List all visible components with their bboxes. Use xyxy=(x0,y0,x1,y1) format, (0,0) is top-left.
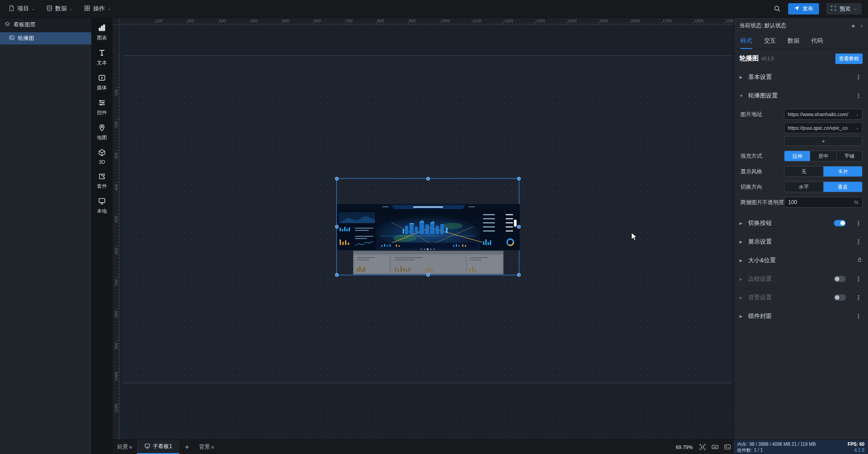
resize-handle-top-middle[interactable] xyxy=(426,177,430,181)
fit-screen-icon[interactable] xyxy=(696,440,709,454)
add-subboard-button[interactable]: + xyxy=(179,440,194,454)
section-menu-icon[interactable]: ⋮ xyxy=(854,220,863,227)
tutorial-button[interactable]: 查看教程 xyxy=(835,54,863,64)
ruler-label: 200 xyxy=(187,19,194,23)
canvas-viewport[interactable] xyxy=(120,25,734,439)
resize-handle-bottom-middle[interactable] xyxy=(426,273,430,277)
switch-button-toggle[interactable] xyxy=(834,220,846,226)
menu-data[interactable]: 数据 ⌄ xyxy=(41,0,79,17)
ruler-horizontal: 1002003004005006007008009001000110012001… xyxy=(120,18,734,25)
chevron-right-icon[interactable]: › xyxy=(861,22,863,29)
foreground-button[interactable]: 前景⊕ xyxy=(113,440,137,454)
toolbox-item-label: 3D xyxy=(99,159,105,165)
section-carousel-settings[interactable]: ▼ 轮播图设置 ⋮ xyxy=(734,86,868,105)
ruler-label: 600 xyxy=(114,248,118,254)
topbar-menus: 项目 ⌄ 数据 ⌄ 操作 ⌄ xyxy=(0,0,117,17)
section-menu-icon[interactable]: ⋮ xyxy=(854,294,863,301)
toolbox-item-kits[interactable]: 套件 xyxy=(91,172,113,190)
resize-handle-middle-right[interactable] xyxy=(517,225,521,229)
carousel-component-selection[interactable] xyxy=(336,178,519,275)
section-basic-settings[interactable]: ▶ 基本设置 ⋮ xyxy=(734,68,868,86)
border-settings-toggle[interactable] xyxy=(834,276,846,282)
ruler-minor-ticks xyxy=(123,23,734,24)
publish-button[interactable]: 发布 xyxy=(788,3,819,15)
direction-option-horizontal[interactable]: 水平 xyxy=(784,182,823,192)
carousel-slide-current[interactable] xyxy=(337,204,520,250)
toolbox-item-local[interactable]: 本地 xyxy=(91,197,113,215)
component-count-value: 1 / 1 xyxy=(754,447,763,453)
toolbox-item-text[interactable]: 文本 xyxy=(91,49,113,66)
menu-project[interactable]: 项目 ⌄ xyxy=(3,0,41,17)
fill-option-center[interactable]: 居中 xyxy=(810,151,836,161)
lock-icon[interactable] xyxy=(857,256,863,264)
toolbox-item-map[interactable]: 地图 xyxy=(91,124,113,141)
section-menu-icon[interactable]: ⋮ xyxy=(854,275,863,283)
toolbox-item-label: 图表 xyxy=(97,34,107,41)
tab-data[interactable]: 数据 xyxy=(788,33,799,49)
section-menu-icon[interactable]: ⋮ xyxy=(854,92,863,99)
toolbox-item-charts[interactable]: 图表 xyxy=(91,24,113,41)
terminal-icon[interactable] xyxy=(721,440,734,454)
publish-label: 发布 xyxy=(802,5,813,13)
add-state-icon[interactable]: + xyxy=(851,22,855,29)
ruler-label: 1300 xyxy=(536,19,545,23)
toolbox-item-widgets[interactable]: 控件 xyxy=(91,99,113,116)
image-url-select-2[interactable]: https://puui.qpic.cn/vpic_co ⌄ xyxy=(784,122,863,133)
fill-option-stretch[interactable]: 拉伸 xyxy=(784,151,810,161)
resize-handle-top-right[interactable] xyxy=(517,177,521,181)
section-size-position[interactable]: ▶ 大小&位置 xyxy=(734,251,868,269)
resize-handle-middle-left[interactable] xyxy=(335,225,339,229)
section-background-settings[interactable]: ▶ 背景设置 ⋮ xyxy=(734,288,868,307)
resize-handle-bottom-left[interactable] xyxy=(335,273,339,277)
add-foreground-icon[interactable]: ⊕ xyxy=(129,445,133,449)
ruler-label: 1900 xyxy=(726,19,734,23)
resize-handle-top-left[interactable] xyxy=(335,177,339,181)
background-settings-toggle[interactable] xyxy=(834,294,846,301)
tab-style[interactable]: 样式 xyxy=(740,33,752,49)
background-button[interactable]: 背景⊕ xyxy=(195,440,219,454)
ruler-tick xyxy=(187,21,187,24)
zoom-level[interactable]: 69.79% xyxy=(672,440,696,454)
section-border-settings[interactable]: ▶ 边框设置 ⋮ xyxy=(734,269,868,288)
preview-button[interactable]: 预览 ⌄ xyxy=(826,3,862,15)
toolbox-item-label: 控件 xyxy=(97,109,107,116)
style-option-card[interactable]: 卡片 xyxy=(823,166,862,176)
component-title-row: 轮播图 v0.1.0 查看教程 xyxy=(734,49,868,68)
image-url-value: https://puui.qpic.cn/vpic_co xyxy=(788,125,853,131)
cube-icon xyxy=(98,149,106,157)
direction-option-vertical[interactable]: 垂直 xyxy=(823,182,862,192)
image-url-select-1[interactable]: https://www.shanhaibi.com/ ⌄ xyxy=(784,109,863,120)
tab-code[interactable]: 代码 xyxy=(811,33,823,49)
section-component-cover[interactable]: ▶ 组件封面 ⋮ xyxy=(734,307,868,325)
keyboard-icon[interactable] xyxy=(709,440,721,454)
add-background-icon[interactable]: ⊕ xyxy=(211,445,215,449)
section-menu-icon[interactable]: ⋮ xyxy=(854,238,863,245)
fill-option-tile[interactable]: 平铺 xyxy=(836,151,862,161)
search-icon[interactable] xyxy=(774,5,781,12)
menu-operations[interactable]: 操作 ⌄ xyxy=(79,0,117,17)
side-opacity-label: 两侧图片不透明度 xyxy=(740,197,784,208)
tab-interaction[interactable]: 交互 xyxy=(764,33,776,49)
toolbox-item-label: 媒体 xyxy=(97,84,107,91)
section-switch-button[interactable]: ▶ 切换按钮 ⋮ xyxy=(734,214,868,232)
inspector-panel: 当前状态: 默认状态 + › 样式 交互 数据 代码 轮播图 v0.1.0 查看… xyxy=(734,18,868,439)
toolbox-item-3d[interactable]: 3D xyxy=(91,149,113,165)
subboard-tab[interactable]: 子看板1 xyxy=(137,440,180,454)
section-label: 展示设置 xyxy=(748,238,772,246)
ruler-tick xyxy=(376,21,377,24)
ruler-tick xyxy=(116,119,119,119)
add-image-url-button[interactable]: + xyxy=(784,136,863,146)
resize-handle-bottom-right[interactable] xyxy=(517,273,521,277)
ruler-tick xyxy=(218,21,218,24)
section-menu-icon[interactable]: ⋮ xyxy=(854,312,863,320)
side-opacity-input[interactable]: 100 % xyxy=(784,197,863,208)
style-option-none[interactable]: 无 xyxy=(784,166,823,176)
section-menu-icon[interactable]: ⋮ xyxy=(854,73,863,81)
bottombar: 前景⊕ 子看板1 + 背景⊕ 69.79% 内存: 98 / 3988 / 40… xyxy=(113,439,868,454)
section-display-settings[interactable]: ▶ 展示设置 ⋮ xyxy=(734,232,868,251)
image-url-value: https://www.shanhaibi.com/ xyxy=(788,112,853,117)
toolbox-item-media[interactable]: 媒体 xyxy=(91,74,113,91)
layer-item-carousel[interactable]: 轮播图 xyxy=(0,32,91,44)
layers-panel-header: 看板图层 xyxy=(0,18,91,32)
mouse-cursor xyxy=(631,232,637,243)
